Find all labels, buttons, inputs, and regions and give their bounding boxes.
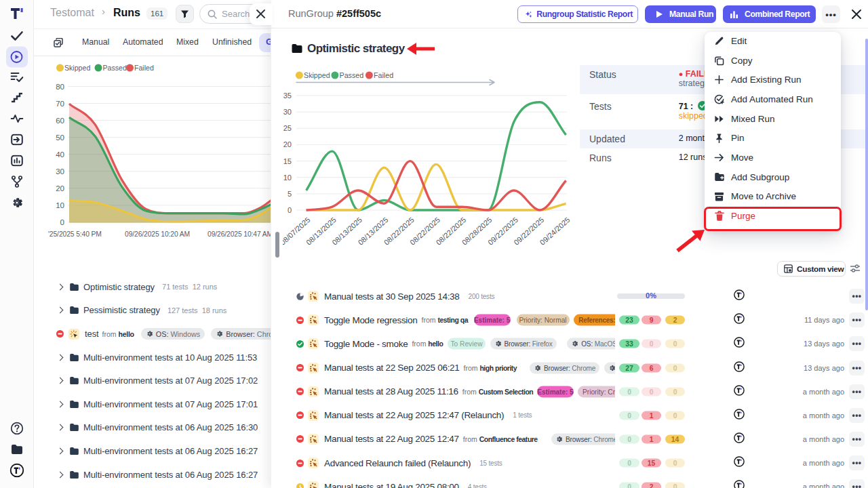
svg-text:5: 5	[288, 190, 292, 198]
svg-text:Failed: Failed	[374, 71, 393, 79]
svg-text:Skipped: Skipped	[64, 64, 90, 72]
svg-text:15: 15	[283, 157, 292, 165]
svg-text:0: 0	[60, 218, 64, 226]
svg-text:30: 30	[56, 167, 64, 176]
svg-text:'25/2025 5:40 PM: '25/2025 5:40 PM	[48, 230, 102, 238]
svg-text:40: 40	[56, 150, 64, 159]
svg-text:09/26/2025 10:20 AM: 09/26/2025 10:20 AM	[125, 230, 190, 238]
svg-text:09/26/2025 10:47 AM: 09/26/2025 10:47 AM	[208, 230, 271, 238]
svg-text:Skipped: Skipped	[304, 71, 330, 79]
svg-text:20: 20	[283, 140, 292, 148]
svg-text:10: 10	[283, 174, 292, 182]
svg-text:0: 0	[288, 206, 292, 214]
svg-text:60: 60	[56, 117, 64, 125]
svg-text:35: 35	[283, 92, 292, 100]
svg-text:80: 80	[56, 83, 64, 91]
svg-text:25: 25	[283, 124, 292, 132]
svg-text:Passed: Passed	[103, 64, 127, 72]
svg-text:10: 10	[56, 201, 64, 209]
svg-text:70: 70	[56, 100, 64, 108]
svg-text:50: 50	[56, 134, 64, 142]
svg-text:Failed: Failed	[134, 64, 154, 72]
svg-text:Passed: Passed	[340, 71, 364, 79]
svg-text:30: 30	[283, 108, 292, 116]
svg-text:20: 20	[56, 184, 64, 192]
